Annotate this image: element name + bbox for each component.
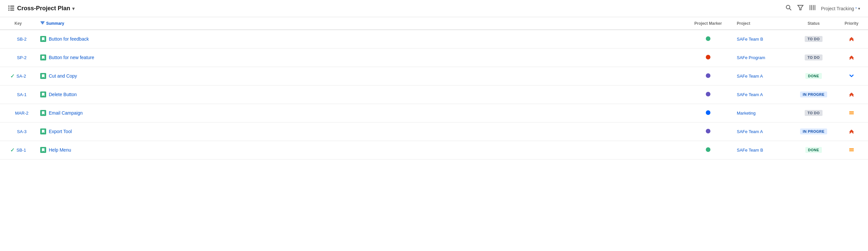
project-link[interactable]: SAFe Team A — [737, 74, 763, 79]
table-row[interactable]: SB-2Button for feedbackSAFe Team BTO DO — [0, 30, 868, 48]
issue-key-link[interactable]: SB-1 — [17, 148, 26, 152]
plan-icon — [8, 5, 14, 12]
cell-priority — [835, 30, 868, 48]
svg-rect-16 — [849, 111, 854, 112]
cell-project: SAFe Team B — [733, 30, 792, 48]
status-badge[interactable]: TO DO — [805, 36, 822, 42]
table-row[interactable]: ✓SA-2Cut and CopySAFe Team ADONE — [0, 67, 868, 85]
story-icon — [40, 129, 46, 134]
project-link[interactable]: SAFe Team A — [737, 129, 763, 134]
issue-summary-link[interactable]: Button for new feature — [49, 55, 94, 60]
issues-table-container: Key Summary — [0, 17, 868, 160]
cell-marker — [683, 30, 733, 48]
cell-status: TO DO — [792, 104, 835, 122]
priority-icon — [848, 91, 855, 97]
cell-key-mar2: MAR-2 — [0, 104, 36, 122]
table-row[interactable]: SA-3Export ToolSAFe Team AIN PROGRE — [0, 122, 868, 141]
sort-icon — [40, 21, 45, 26]
svg-rect-11 — [813, 5, 814, 10]
svg-rect-3 — [10, 8, 14, 8]
page-title-text: Cross-Project Plan — [17, 5, 70, 12]
cell-key-sa2: ✓SA-2 — [0, 67, 36, 85]
cell-marker — [683, 67, 733, 85]
table-row[interactable]: SP-2Button for new featureSAFe ProgramTO… — [0, 48, 868, 67]
cell-marker — [683, 141, 733, 159]
header-left: Cross-Project Plan ▾ — [8, 5, 74, 12]
project-link[interactable]: SAFe Program — [737, 55, 765, 60]
status-badge[interactable]: IN PROGRE — [800, 91, 827, 97]
status-badge[interactable]: IN PROGRE — [800, 129, 827, 134]
issue-key-link[interactable]: SA-1 — [17, 92, 27, 97]
marker-dot — [706, 147, 710, 152]
cell-status: IN PROGRE — [792, 85, 835, 104]
app-header: Cross-Project Plan ▾ Project Tracking — [0, 0, 868, 17]
search-icon[interactable] — [785, 4, 792, 12]
story-icon — [40, 91, 46, 97]
status-badge[interactable]: TO DO — [805, 110, 822, 116]
table-row[interactable]: ✓SB-1Help MenuSAFe Team BDONE — [0, 141, 868, 159]
svg-rect-9 — [810, 5, 810, 10]
marker-dot — [706, 73, 710, 78]
issue-key-link[interactable]: SA-2 — [17, 74, 26, 79]
col-header-marker: Project Marker — [683, 17, 733, 30]
cell-project: SAFe Team A — [733, 67, 792, 85]
issues-table: Key Summary — [0, 17, 868, 160]
filter-icon[interactable] — [797, 4, 804, 12]
issue-key-link[interactable]: SA-3 — [17, 129, 27, 134]
cell-priority — [835, 104, 868, 122]
cell-project: SAFe Team A — [733, 122, 792, 141]
col-header-key: Key — [0, 17, 36, 30]
issue-key-link[interactable]: SB-2 — [17, 37, 27, 41]
issue-key-link[interactable]: SP-2 — [17, 55, 27, 60]
project-link[interactable]: SAFe Team B — [737, 148, 763, 152]
view-dropdown-arrow[interactable]: ▾ — [858, 6, 860, 11]
cell-priority — [835, 122, 868, 141]
cell-summary: Cut and Copy — [36, 67, 683, 85]
issue-summary-link[interactable]: Export Tool — [49, 129, 72, 134]
story-icon — [40, 36, 46, 42]
cell-key-sp2: SP-2 — [0, 48, 36, 67]
status-badge[interactable]: DONE — [805, 73, 822, 79]
cell-key-sb2: SB-2 — [0, 30, 36, 48]
svg-rect-13 — [40, 22, 44, 22]
col-header-summary[interactable]: Summary — [36, 17, 683, 30]
col-header-priority: Priority — [835, 17, 868, 30]
story-icon — [40, 110, 46, 116]
issue-summary-link[interactable]: Help Menu — [49, 147, 71, 152]
status-badge[interactable]: TO DO — [805, 55, 822, 60]
svg-marker-8 — [798, 5, 803, 10]
table-row[interactable]: MAR-2Email CampaignMarketingTO DO — [0, 104, 868, 122]
cell-summary: Button for feedback — [36, 30, 683, 48]
issue-key-link[interactable]: MAR-2 — [15, 111, 28, 116]
page-title[interactable]: Cross-Project Plan ▾ — [17, 5, 74, 12]
project-link[interactable]: Marketing — [737, 111, 755, 116]
project-link[interactable]: SAFe Team A — [737, 92, 763, 97]
marker-dot — [706, 55, 710, 59]
cell-project: SAFe Team B — [733, 141, 792, 159]
cell-status: DONE — [792, 67, 835, 85]
cell-summary: Delete Button — [36, 85, 683, 104]
marker-dot — [706, 110, 710, 115]
issue-summary-link[interactable]: Button for feedback — [49, 36, 89, 41]
view-selector[interactable]: Project Tracking* ▾ — [821, 6, 860, 11]
status-badge[interactable]: DONE — [805, 147, 822, 153]
table-row[interactable]: SA-1Delete ButtonSAFe Team AIN PROGRE — [0, 85, 868, 104]
project-link[interactable]: SAFe Team B — [737, 37, 763, 41]
priority-icon — [848, 36, 855, 41]
svg-rect-21 — [849, 150, 854, 151]
cell-key-sb1: ✓SB-1 — [0, 141, 36, 159]
title-dropdown-arrow[interactable]: ▾ — [72, 6, 74, 11]
cell-marker — [683, 48, 733, 67]
issue-summary-link[interactable]: Email Campaign — [49, 110, 83, 116]
cell-project: SAFe Program — [733, 48, 792, 67]
svg-rect-15 — [42, 24, 43, 24]
svg-rect-2 — [8, 8, 9, 8]
cell-summary: Help Menu — [36, 141, 683, 159]
svg-rect-12 — [815, 5, 815, 10]
svg-rect-20 — [849, 149, 854, 150]
columns-icon[interactable] — [809, 4, 815, 12]
priority-icon — [848, 147, 855, 152]
issue-summary-link[interactable]: Delete Button — [49, 92, 77, 97]
issue-summary-link[interactable]: Cut and Copy — [49, 73, 77, 79]
svg-rect-5 — [10, 9, 14, 10]
